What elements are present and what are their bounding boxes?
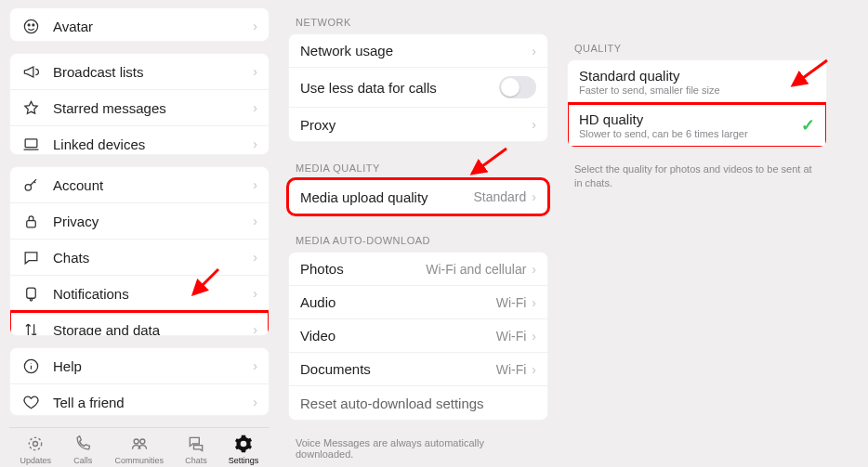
row-value: Wi-Fi bbox=[496, 295, 527, 310]
row-audio[interactable]: Audio Wi-Fi › bbox=[289, 286, 547, 319]
storage-panel: NETWORK Network usage › Use less data fo… bbox=[279, 0, 558, 467]
sidebar-item-avatar[interactable]: Avatar › bbox=[10, 8, 269, 42]
tab-settings[interactable]: Settings bbox=[229, 434, 259, 465]
section-header-quality: QUALITY bbox=[567, 33, 827, 59]
chevron-right-icon: › bbox=[253, 395, 257, 409]
laptop-icon bbox=[21, 135, 40, 153]
settings-sidebar: Avatar › Broadcast lists › Starred messa… bbox=[0, 0, 279, 467]
chevron-right-icon: › bbox=[253, 214, 257, 228]
sidebar-item-chats[interactable]: Chats › bbox=[10, 240, 269, 276]
chevron-right-icon: › bbox=[253, 250, 257, 265]
svg-point-11 bbox=[134, 439, 138, 444]
info-icon bbox=[21, 357, 40, 375]
sidebar-item-label: Help bbox=[53, 358, 253, 374]
arrows-updown-icon bbox=[21, 320, 40, 336]
section-header-network: NETWORK bbox=[288, 7, 548, 33]
row-reset-auto-download[interactable]: Reset auto-download settings bbox=[289, 386, 547, 420]
sidebar-item-label: Tell a friend bbox=[53, 395, 253, 410]
updates-icon bbox=[25, 434, 46, 454]
sidebar-item-label: Account bbox=[53, 177, 253, 193]
toggle-less-data[interactable] bbox=[499, 76, 536, 98]
quality-group: Standard quality Faster to send, smaller… bbox=[567, 59, 827, 148]
row-standard-quality[interactable]: Standard quality Faster to send, smaller… bbox=[568, 60, 826, 104]
heart-icon bbox=[21, 393, 40, 411]
chevron-right-icon: › bbox=[532, 362, 536, 377]
row-less-data[interactable]: Use less data for calls bbox=[289, 68, 547, 108]
row-label: Audio bbox=[300, 294, 496, 310]
tab-calls[interactable]: Calls bbox=[72, 434, 93, 465]
row-documents[interactable]: Documents Wi-Fi › bbox=[289, 353, 547, 386]
sidebar-item-label: Notifications bbox=[53, 286, 253, 302]
tab-updates[interactable]: Updates bbox=[20, 434, 52, 465]
row-value: Wi-Fi and cellular bbox=[426, 262, 526, 277]
row-photos[interactable]: Photos Wi-Fi and cellular › bbox=[289, 253, 547, 286]
quality-title: Standard quality bbox=[579, 68, 679, 84]
svg-point-2 bbox=[32, 23, 33, 25]
sidebar-item-privacy[interactable]: Privacy › bbox=[10, 203, 269, 240]
row-label: Reset auto-download settings bbox=[300, 396, 536, 411]
sidebar-item-broadcast[interactable]: Broadcast lists › bbox=[10, 54, 269, 90]
network-group: Network usage › Use less data for calls … bbox=[288, 33, 548, 142]
auto-download-group: Photos Wi-Fi and cellular › Audio Wi-Fi … bbox=[288, 252, 548, 421]
row-video[interactable]: Video Wi-Fi › bbox=[289, 319, 547, 353]
megaphone-icon bbox=[21, 62, 40, 81]
chevron-right-icon: › bbox=[532, 295, 536, 310]
sidebar-item-help[interactable]: Help › bbox=[10, 348, 269, 384]
gear-icon bbox=[233, 434, 254, 454]
phone-icon bbox=[72, 434, 93, 454]
key-icon bbox=[21, 175, 40, 194]
svg-rect-6 bbox=[26, 288, 35, 298]
chevron-right-icon: › bbox=[532, 329, 536, 344]
svg-point-0 bbox=[24, 19, 37, 32]
chevron-right-icon: › bbox=[253, 358, 257, 373]
svg-point-9 bbox=[30, 437, 42, 449]
bell-icon bbox=[21, 284, 40, 303]
row-network-usage[interactable]: Network usage › bbox=[289, 34, 547, 68]
tab-bar: Updates Calls Communities Chats bbox=[9, 427, 270, 467]
svg-point-7 bbox=[30, 299, 32, 301]
sidebar-group-help: Help › Tell a friend › bbox=[9, 347, 270, 416]
chevron-right-icon: › bbox=[253, 136, 257, 151]
chat-icon bbox=[21, 248, 40, 266]
row-label: Proxy bbox=[300, 117, 532, 133]
tab-communities[interactable]: Communities bbox=[114, 434, 164, 465]
row-value: Wi-Fi bbox=[496, 362, 527, 377]
sidebar-item-label: Privacy bbox=[53, 214, 253, 229]
sidebar-item-label: Linked devices bbox=[53, 136, 253, 152]
sidebar-group-lists: Broadcast lists › Starred messages › Lin… bbox=[9, 53, 270, 155]
row-label: Network usage bbox=[300, 43, 532, 58]
svg-point-1 bbox=[28, 23, 30, 25]
row-media-upload-quality[interactable]: Media upload quality Standard › bbox=[289, 180, 547, 214]
tab-label: Updates bbox=[20, 456, 52, 465]
quality-note: Select the quality for photos and videos… bbox=[567, 159, 827, 191]
sidebar-item-storage[interactable]: Storage and data › bbox=[10, 312, 269, 336]
svg-rect-3 bbox=[25, 139, 37, 148]
voice-note: Voice Messages are always automatically … bbox=[288, 432, 548, 460]
quality-panel: QUALITY Standard quality Faster to send,… bbox=[558, 0, 836, 467]
chevron-right-icon: › bbox=[253, 100, 257, 115]
row-label: Media upload quality bbox=[300, 189, 474, 205]
sidebar-item-starred[interactable]: Starred messages › bbox=[10, 90, 269, 126]
chevron-right-icon: › bbox=[532, 44, 536, 58]
chevron-right-icon: › bbox=[253, 286, 257, 301]
sidebar-item-tellafriend[interactable]: Tell a friend › bbox=[10, 384, 269, 416]
sidebar-item-account[interactable]: Account › bbox=[10, 167, 269, 203]
svg-rect-5 bbox=[26, 221, 35, 227]
star-icon bbox=[21, 98, 40, 117]
sidebar-item-label: Storage and data bbox=[53, 322, 253, 336]
row-label: Photos bbox=[300, 261, 426, 277]
row-label: Documents bbox=[300, 361, 496, 377]
svg-point-4 bbox=[25, 185, 31, 190]
row-value: Standard bbox=[474, 189, 527, 204]
section-header-media-quality: MEDIA QUALITY bbox=[288, 153, 548, 179]
row-label: Video bbox=[300, 328, 496, 344]
sidebar-group-account: Account › Privacy › Chats › bbox=[9, 166, 270, 336]
chevron-right-icon: › bbox=[253, 64, 257, 79]
quality-desc: Faster to send, smaller file size bbox=[579, 84, 720, 96]
sidebar-item-linked[interactable]: Linked devices › bbox=[10, 126, 269, 155]
row-hd-quality[interactable]: HD quality Slower to send, can be 6 time… bbox=[568, 104, 826, 147]
row-proxy[interactable]: Proxy › bbox=[289, 108, 547, 141]
tab-chats[interactable]: Chats bbox=[185, 434, 207, 465]
sidebar-item-notifications[interactable]: Notifications › bbox=[10, 276, 269, 312]
chevron-right-icon: › bbox=[532, 117, 536, 132]
